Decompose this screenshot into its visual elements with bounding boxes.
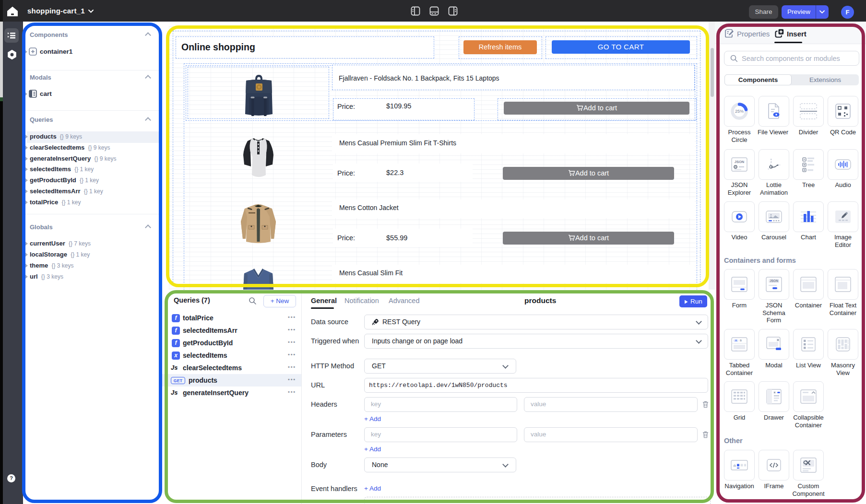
svg-text:B: B: [740, 339, 742, 342]
svg-text:25%: 25%: [735, 109, 744, 114]
svg-text:JSON: JSON: [770, 279, 778, 282]
svg-text:A: A: [735, 339, 737, 342]
svg-text:JSON: JSON: [735, 160, 744, 164]
